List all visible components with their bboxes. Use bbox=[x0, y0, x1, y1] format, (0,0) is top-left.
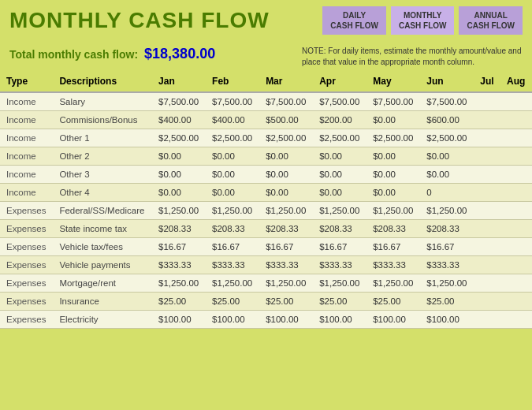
cell-money bbox=[500, 166, 532, 184]
cell-money: $0.00 bbox=[313, 147, 366, 166]
cell-money: $1,250.00 bbox=[366, 202, 420, 220]
cell-money: $1,250.00 bbox=[206, 202, 259, 220]
cell-money: $333.33 bbox=[420, 256, 474, 274]
cell-money: $2,500.00 bbox=[259, 129, 313, 147]
cell-money: $25.00 bbox=[206, 293, 259, 311]
cell-description: Other 1 bbox=[53, 129, 152, 147]
daily-cashflow-button[interactable]: DAILY CASH FLOW bbox=[322, 6, 386, 35]
cell-money bbox=[474, 274, 500, 293]
cell-type: Expenses bbox=[0, 256, 53, 274]
cell-money: $1,250.00 bbox=[420, 274, 474, 293]
cell-money: $0.00 bbox=[152, 147, 206, 166]
cell-money: $333.33 bbox=[259, 256, 313, 274]
cell-money: $333.33 bbox=[152, 256, 206, 274]
cell-money: $25.00 bbox=[259, 293, 313, 311]
cell-description: Salary bbox=[53, 92, 152, 111]
table-row: IncomeOther 2$0.00$0.00$0.00$0.00$0.00$0… bbox=[0, 147, 532, 166]
cell-money: $333.33 bbox=[313, 256, 366, 274]
cell-money bbox=[500, 293, 532, 311]
col-feb: Feb bbox=[206, 71, 259, 92]
summary-row: Total monthly cash flow: $18,380.00 NOTE… bbox=[0, 39, 532, 71]
cell-description: Commisions/Bonus bbox=[53, 111, 152, 129]
cell-description: Federal/SS/Medicare bbox=[53, 202, 152, 220]
cell-money: $208.33 bbox=[152, 220, 206, 238]
cell-money: $1,250.00 bbox=[152, 274, 206, 293]
table-row: IncomeOther 1$2,500.00$2,500.00$2,500.00… bbox=[0, 129, 532, 147]
table-row: ExpensesVehicle payments$333.33$333.33$3… bbox=[0, 256, 532, 274]
cell-money bbox=[474, 129, 500, 147]
cell-money: $16.67 bbox=[152, 238, 206, 256]
cell-money: $16.67 bbox=[259, 238, 313, 256]
cell-money bbox=[500, 256, 532, 274]
cell-money: $208.33 bbox=[206, 220, 259, 238]
cell-money bbox=[474, 166, 500, 184]
col-type: Type bbox=[0, 71, 53, 92]
cell-money: $2,500.00 bbox=[313, 129, 366, 147]
cell-type: Income bbox=[0, 111, 53, 129]
cell-money: $0.00 bbox=[420, 166, 474, 184]
cell-description: Vehicle payments bbox=[53, 256, 152, 274]
note-text: NOTE: For daily items, estimate the mont… bbox=[302, 46, 523, 68]
cell-type: Income bbox=[0, 166, 53, 184]
cell-money: 0 bbox=[420, 184, 474, 202]
cell-money: $1,250.00 bbox=[313, 202, 366, 220]
col-jul: Jul bbox=[474, 71, 500, 92]
total-section: Total monthly cash flow: $18,380.00 bbox=[9, 46, 215, 62]
cell-money bbox=[474, 147, 500, 166]
cell-money: $7,500.00 bbox=[259, 92, 313, 111]
col-mar: Mar bbox=[259, 71, 313, 92]
cell-description: Other 4 bbox=[53, 184, 152, 202]
table-row: ExpensesElectricity$100.00$100.00$100.00… bbox=[0, 311, 532, 329]
page-title: MONTHLY CASH FLOW bbox=[9, 8, 270, 33]
cell-type: Expenses bbox=[0, 293, 53, 311]
cell-money: $16.67 bbox=[366, 238, 420, 256]
cell-money: $16.67 bbox=[313, 238, 366, 256]
cell-type: Expenses bbox=[0, 220, 53, 238]
table-header-row: Type Descriptions Jan Feb Mar Apr May Ju… bbox=[0, 71, 532, 92]
cell-money: $0.00 bbox=[313, 184, 366, 202]
cell-money bbox=[474, 220, 500, 238]
monthly-cashflow-button[interactable]: MONTHLY CASH FLOW bbox=[391, 6, 455, 35]
table-row: ExpensesMortgage/rent$1,250.00$1,250.00$… bbox=[0, 274, 532, 293]
cell-description: State income tax bbox=[53, 220, 152, 238]
cell-description: Electricity bbox=[53, 311, 152, 329]
cell-money: $25.00 bbox=[313, 293, 366, 311]
cell-money bbox=[474, 293, 500, 311]
cell-money bbox=[500, 202, 532, 220]
cell-money bbox=[500, 274, 532, 293]
cell-money: $7,500.00 bbox=[313, 92, 366, 111]
cell-money: $208.33 bbox=[366, 220, 420, 238]
cell-money bbox=[500, 92, 532, 111]
col-descriptions: Descriptions bbox=[53, 71, 152, 92]
cell-money: $7,500.00 bbox=[366, 92, 420, 111]
cell-money: $1,250.00 bbox=[366, 274, 420, 293]
cell-money bbox=[500, 311, 532, 329]
cell-money: $200.00 bbox=[313, 111, 366, 129]
nav-buttons: DAILY CASH FLOW MONTHLY CASH FLOW ANNUAL… bbox=[322, 6, 523, 35]
cell-money: $16.67 bbox=[420, 238, 474, 256]
cell-money: $0.00 bbox=[206, 184, 259, 202]
cell-money: $100.00 bbox=[420, 311, 474, 329]
cell-money: $0.00 bbox=[259, 147, 313, 166]
header: MONTHLY CASH FLOW DAILY CASH FLOW MONTHL… bbox=[0, 0, 532, 39]
col-aug: Aug bbox=[500, 71, 532, 92]
cell-type: Income bbox=[0, 147, 53, 166]
cell-money: $0.00 bbox=[366, 166, 420, 184]
cell-money: $2,500.00 bbox=[366, 129, 420, 147]
cell-money: $100.00 bbox=[313, 311, 366, 329]
cell-money bbox=[500, 111, 532, 129]
cell-type: Expenses bbox=[0, 202, 53, 220]
total-value: $18,380.00 bbox=[144, 46, 215, 62]
cell-type: Expenses bbox=[0, 274, 53, 293]
cell-money bbox=[500, 238, 532, 256]
annual-cashflow-button[interactable]: ANNUAL CASH FLOW bbox=[459, 6, 523, 35]
cell-type: Expenses bbox=[0, 238, 53, 256]
cell-money: $2,500.00 bbox=[152, 129, 206, 147]
cell-money: $0.00 bbox=[313, 166, 366, 184]
cell-money: $1,250.00 bbox=[259, 202, 313, 220]
cell-money: $100.00 bbox=[366, 311, 420, 329]
table-row: IncomeOther 3$0.00$0.00$0.00$0.00$0.00$0… bbox=[0, 166, 532, 184]
table-row: IncomeCommisions/Bonus$400.00$400.00$500… bbox=[0, 111, 532, 129]
cell-money: $0.00 bbox=[206, 166, 259, 184]
cell-money: $0.00 bbox=[366, 147, 420, 166]
